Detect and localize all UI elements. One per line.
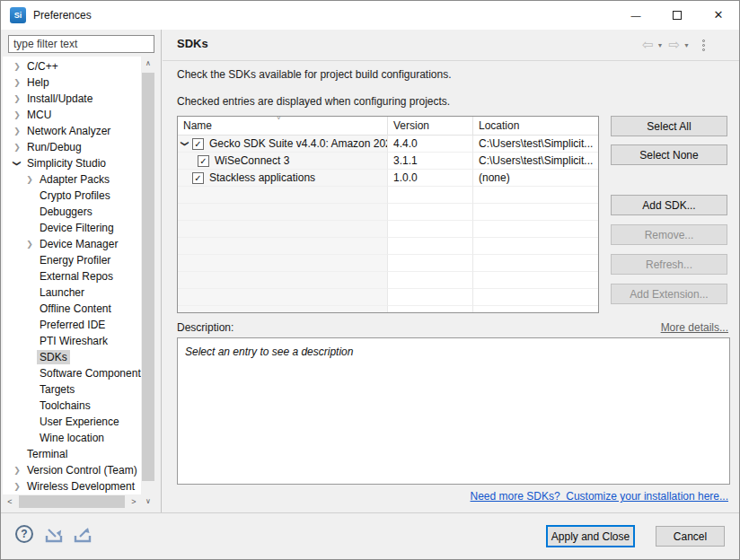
chevron-right-icon[interactable]: ❯ xyxy=(10,74,24,91)
description-placeholder: Select an entry to see a description xyxy=(185,346,353,358)
horizontal-scroll-thumb[interactable] xyxy=(19,495,125,508)
cell-location: (none) xyxy=(473,170,598,187)
checkbox-checked-icon[interactable]: ✓ xyxy=(198,155,209,167)
table-row-gecko-sdk-suite-v4-4-0-amazon-2020[interactable]: ❯✓Gecko SDK Suite v4.4.0: Amazon 20204.4… xyxy=(178,136,598,153)
maximize-button[interactable] xyxy=(656,1,698,29)
tree-item-software-components[interactable]: Software Components xyxy=(3,365,141,381)
apply-and-close-button[interactable]: Apply and Close xyxy=(546,525,635,547)
tree-item-launcher[interactable]: Launcher xyxy=(3,284,141,301)
tree-item-mcu[interactable]: ❯MCU xyxy=(3,107,141,123)
chevron-right-icon[interactable]: ❯ xyxy=(10,462,24,478)
chevron-right-icon[interactable]: ❯ xyxy=(10,107,24,123)
customize-installation-link[interactable]: Need more SDKs? Customize your installat… xyxy=(471,490,728,503)
table-row-empty xyxy=(178,187,598,204)
cell-empty xyxy=(178,238,388,255)
tree-item-device-filtering[interactable]: Device Filtering xyxy=(3,220,141,236)
tree-item-label: External Repos xyxy=(37,269,116,284)
description-label: Description: xyxy=(177,321,233,334)
tree-item-crypto-profiles[interactable]: Crypto Profiles xyxy=(3,188,141,204)
tree-item-targets[interactable]: Targets xyxy=(3,381,141,398)
tree-item-label: Device Manager xyxy=(37,237,120,251)
chevron-right-icon[interactable]: ❯ xyxy=(22,236,37,252)
forward-icon[interactable]: ⇨ xyxy=(669,36,681,54)
tree-item-wireless-development[interactable]: ❯Wireless Development xyxy=(3,478,141,494)
column-header-version[interactable]: Version xyxy=(388,117,473,135)
tree-item-install-update[interactable]: ❯Install/Update xyxy=(3,91,141,107)
tree-item-label: Device Filtering xyxy=(37,221,117,235)
import-preferences-icon[interactable] xyxy=(44,527,66,545)
add-sdk-button[interactable]: Add SDK... xyxy=(611,195,727,215)
select-none-button[interactable]: Select None xyxy=(611,144,727,165)
select-all-button[interactable]: Select All xyxy=(611,116,727,136)
cancel-button[interactable]: Cancel xyxy=(656,526,725,547)
back-dropdown-icon[interactable]: ▼ xyxy=(657,42,664,48)
checkbox-checked-icon[interactable]: ✓ xyxy=(192,138,204,150)
chevron-down-icon[interactable]: ❯ xyxy=(10,155,24,171)
chevron-right-icon[interactable]: ❯ xyxy=(10,139,24,155)
view-menu-icon[interactable] xyxy=(702,39,705,51)
tree-item-debuggers[interactable]: Debuggers xyxy=(3,204,141,220)
tree-item-toolchains[interactable]: Toolchains xyxy=(3,398,141,414)
tree-item-sdks[interactable]: SDKs xyxy=(3,349,141,365)
tree-item-label: Launcher xyxy=(37,285,87,300)
tree-item-run-debug[interactable]: ❯Run/Debug xyxy=(3,139,141,155)
filter-input[interactable] xyxy=(8,35,154,53)
chevron-right-icon[interactable]: ❯ xyxy=(22,171,37,188)
close-button[interactable]: ✕ xyxy=(698,1,739,29)
scroll-down-icon[interactable]: ∨ xyxy=(141,494,155,509)
chevron-right-icon[interactable]: ❯ xyxy=(10,91,24,107)
tree-item-label: MCU xyxy=(24,108,54,122)
tree-horizontal-scrollbar[interactable]: < > xyxy=(3,494,141,509)
checkbox-checked-icon[interactable]: ✓ xyxy=(192,172,204,184)
tree-item-help[interactable]: ❯Help xyxy=(3,74,141,91)
tree-item-device-manager[interactable]: ❯Device Manager xyxy=(3,236,141,252)
export-preferences-icon[interactable] xyxy=(73,527,94,545)
refresh-button[interactable]: Refresh... xyxy=(611,254,727,275)
table-body: ❯✓Gecko SDK Suite v4.4.0: Amazon 20204.4… xyxy=(178,136,598,313)
chevron-right-icon[interactable]: ❯ xyxy=(10,123,24,139)
column-header-name[interactable]: Name xyxy=(178,117,388,135)
tree-item-simplicity-studio[interactable]: ❯Simplicity Studio xyxy=(3,155,141,171)
tree-item-version-control-team[interactable]: ❯Version Control (Team) xyxy=(3,462,141,478)
tree-item-c-c[interactable]: ❯C/C++ xyxy=(3,58,141,74)
tree-item-user-experience[interactable]: User Experience xyxy=(3,414,141,430)
add-extension-button[interactable]: Add Extension... xyxy=(611,284,727,304)
window-controls: — ✕ xyxy=(615,1,739,30)
tree-item-adapter-packs[interactable]: ❯Adapter Packs xyxy=(3,171,141,188)
back-icon[interactable]: ⇦ xyxy=(642,36,654,54)
help-icon[interactable]: ? xyxy=(15,525,33,543)
tree-item-offline-content[interactable]: Offline Content xyxy=(3,301,141,317)
more-details-link[interactable]: More details... xyxy=(661,321,728,334)
remove-button[interactable]: Remove... xyxy=(611,224,727,245)
cell-empty xyxy=(473,289,598,306)
cell-empty xyxy=(388,187,473,204)
cell-empty xyxy=(178,221,388,238)
minimize-button[interactable]: — xyxy=(615,1,656,29)
table-row-empty xyxy=(178,306,598,313)
cell-empty xyxy=(473,204,598,221)
chevron-right-icon[interactable]: ❯ xyxy=(10,58,24,74)
cell-version: 3.1.1 xyxy=(388,153,473,170)
column-header-location[interactable]: Location xyxy=(473,117,598,135)
tree-item-external-repos[interactable]: External Repos xyxy=(3,268,141,284)
vertical-scroll-thumb[interactable] xyxy=(142,73,154,481)
cell-empty xyxy=(388,306,473,313)
tree-item-preferred-ide[interactable]: Preferred IDE xyxy=(3,317,141,333)
tree-item-energy-profiler[interactable]: Energy Profiler xyxy=(3,252,141,268)
scroll-left-icon[interactable]: < xyxy=(3,494,17,509)
tree-item-pti-wireshark[interactable]: PTI Wireshark xyxy=(3,333,141,349)
sdk-name: WiSeConnect 3 xyxy=(215,154,289,167)
scroll-right-icon[interactable]: > xyxy=(127,494,141,509)
chevron-right-icon[interactable]: ❯ xyxy=(10,478,24,494)
table-row-empty xyxy=(178,221,598,238)
forward-dropdown-icon[interactable]: ▼ xyxy=(683,42,690,48)
table-row-wiseconnect-3[interactable]: ✓WiSeConnect 33.1.1C:\Users\test\Simplic… xyxy=(178,153,598,170)
table-row-empty xyxy=(178,272,598,289)
tree-item-network-analyzer[interactable]: ❯Network Analyzer xyxy=(3,123,141,139)
tree-item-terminal[interactable]: Terminal xyxy=(3,446,141,462)
scroll-up-icon[interactable]: ∧ xyxy=(141,57,155,71)
tree-item-wine-location[interactable]: Wine location xyxy=(3,430,141,446)
tree-vertical-scrollbar[interactable]: ∧ ∨ xyxy=(141,57,155,509)
chevron-down-icon[interactable]: ❯ xyxy=(178,139,192,148)
table-row-stackless-applications[interactable]: ✓Stackless applications1.0.0(none) xyxy=(178,170,598,187)
